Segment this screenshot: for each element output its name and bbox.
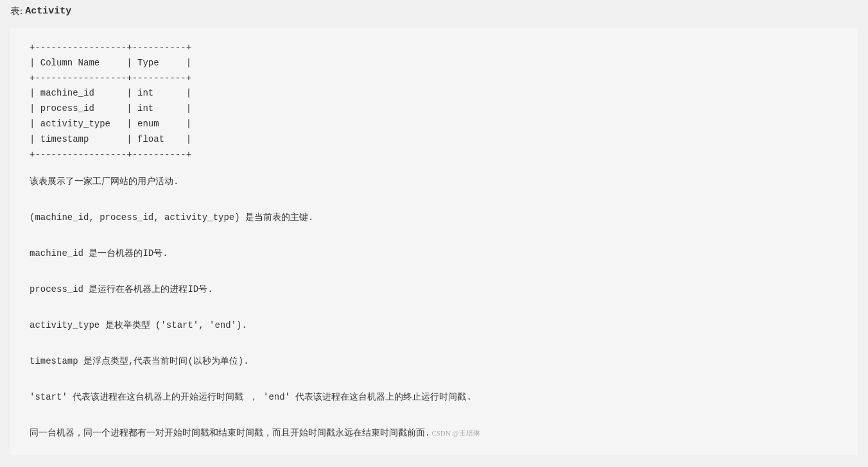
content-area: +-----------------+----------+ | Column … — [10, 28, 858, 455]
desc-line-3: machine_id 是一台机器的ID号. — [30, 244, 838, 262]
desc-line-8-container: 同一台机器，同一个进程都有一对开始时间戳和结束时间戳，而且开始时间戳永远在结束时… — [30, 428, 480, 437]
desc-line-8: 同一台机器，同一个进程都有一对开始时间戳和结束时间戳，而且开始时间戳永远在结束时… — [30, 428, 430, 438]
desc-line-6: timestamp 是浮点类型,代表当前时间(以秒为单位). — [30, 352, 838, 370]
watermark: CSDN @王培琳 — [431, 429, 480, 437]
desc-line-4: process_id 是运行在各机器上的进程ID号. — [30, 280, 838, 298]
table-schema: +-----------------+----------+ | Column … — [30, 40, 838, 162]
description-block: 该表展示了一家工厂网站的用户活动. (machine_id, process_i… — [30, 173, 838, 442]
desc-line-7: 'start' 代表该进程在这台机器上的开始运行时间戳 ， 'end' 代表该进… — [30, 388, 838, 406]
title-value: Activity — [25, 6, 71, 17]
title-label: 表: — [10, 5, 22, 17]
page-container: 表: Activity +-----------------+---------… — [0, 0, 868, 455]
desc-line-1: 该表展示了一家工厂网站的用户活动. — [30, 173, 838, 191]
desc-line-2: (machine_id, process_id, activity_type) … — [30, 208, 838, 226]
title-bar: 表: Activity — [0, 0, 868, 22]
desc-line-5: activity_type 是枚举类型 ('start', 'end'). — [30, 316, 838, 334]
